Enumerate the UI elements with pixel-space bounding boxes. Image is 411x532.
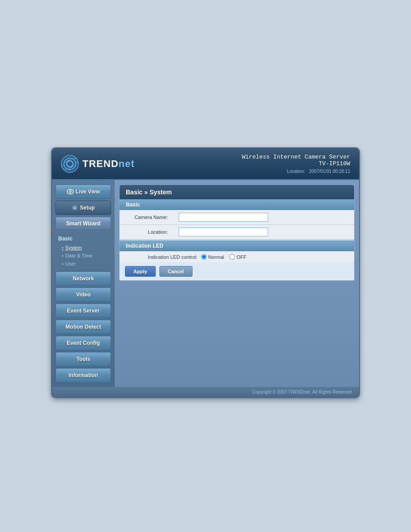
setup-button[interactable]: Setup	[56, 201, 111, 215]
cancel-label: Cancel	[168, 269, 184, 274]
cancel-button[interactable]: Cancel	[159, 266, 193, 277]
indication-led-header: Indication LED	[120, 240, 354, 251]
camera-name-input[interactable]	[179, 213, 268, 222]
svg-point-7	[70, 191, 71, 192]
smart-wizard-label: Smart Wizard	[66, 220, 101, 227]
main-layout: Live View Setup Smart Wizard	[52, 180, 359, 387]
sidebar-item-system[interactable]: System	[60, 244, 111, 252]
header-info: Wireless Internet Camera Server TV-IP110…	[242, 154, 350, 174]
motion-detect-label: Motion Detect	[65, 324, 101, 330]
sidebar-event-server-button[interactable]: Event Server	[56, 304, 111, 318]
tools-label: Tools	[76, 356, 90, 362]
sidebar-item-datetime[interactable]: Date & Time	[60, 252, 111, 260]
apply-label: Apply	[133, 269, 147, 274]
basic-section: Basic System Date & Time User	[56, 232, 111, 270]
sidebar-video-button[interactable]: Video	[56, 287, 111, 302]
action-bar: Apply Cancel	[120, 262, 354, 280]
camera-name-cell	[173, 210, 354, 225]
basic-label: Basic	[56, 234, 111, 244]
gear-icon	[72, 205, 78, 211]
led-normal-radio[interactable]	[201, 254, 207, 260]
location-input[interactable]	[179, 227, 268, 236]
led-normal-option[interactable]: Normal	[201, 254, 224, 260]
camera-name-row: Camera Name:	[120, 210, 354, 225]
led-radio-group: Normal OFF	[201, 254, 246, 260]
red-arrow-indicator	[51, 228, 53, 240]
network-label: Network	[73, 275, 94, 282]
logo-net: net	[119, 158, 135, 169]
location-label-header: Location:	[287, 169, 305, 174]
sidebar-information-button[interactable]: Information	[56, 368, 111, 382]
svg-marker-4	[51, 228, 53, 239]
camera-name-label: Camera Name:	[120, 210, 173, 225]
led-control-label: Indication LED control:	[125, 254, 201, 260]
indication-led-label: Indication LED	[126, 243, 163, 249]
led-off-option[interactable]: OFF	[229, 254, 246, 260]
logo-area: TRENDnet	[61, 155, 135, 173]
datetime-value: 2007/01/01 00:18:11	[309, 169, 350, 174]
led-normal-label: Normal	[208, 254, 224, 260]
live-view-button[interactable]: Live View	[56, 184, 111, 199]
footer: Copyright © 2007 TRENDnet. All Rights Re…	[52, 387, 359, 397]
location-datetime: Location: 2007/01/01 00:18:11	[242, 169, 350, 174]
header: TRENDnet Wireless Internet Camera Server…	[52, 148, 359, 180]
basic-subitems: System Date & Time User	[56, 244, 111, 268]
led-control-row: Indication LED control: Normal OFF	[120, 251, 354, 262]
live-view-label: Live View	[76, 189, 100, 195]
location-label: Location:	[120, 225, 173, 240]
sidebar-event-config-button[interactable]: Event Config	[56, 336, 111, 350]
basic-form-table: Camera Name: Location:	[120, 210, 354, 240]
basic-section-label: Basic	[126, 202, 140, 208]
setup-label: Setup	[80, 205, 94, 211]
apply-button[interactable]: Apply	[125, 266, 156, 277]
location-row: Location:	[120, 225, 354, 240]
event-config-label: Event Config	[67, 340, 100, 346]
led-off-radio[interactable]	[229, 254, 235, 260]
basic-section-header: Basic	[120, 199, 354, 210]
product-model: TV-IP110W	[242, 160, 350, 167]
trendnet-logo-icon	[61, 155, 79, 173]
sidebar-network-button[interactable]: Network	[56, 271, 111, 286]
information-label: Information	[68, 372, 98, 378]
location-cell	[173, 225, 354, 240]
logo-trend: TREND	[82, 158, 119, 169]
sidebar-tools-button[interactable]: Tools	[56, 352, 111, 366]
sidebar: Live View Setup Smart Wizard	[52, 180, 115, 387]
content-area: Basic » System Basic Camera Name:	[115, 180, 359, 387]
breadcrumb: Basic » System	[126, 189, 172, 196]
led-off-label: OFF	[236, 254, 246, 260]
svg-point-8	[74, 207, 76, 209]
event-server-label: Event Server	[67, 308, 99, 314]
content-title: Basic » System	[120, 185, 354, 199]
eye-icon	[67, 189, 74, 194]
sidebar-motion-detect-button[interactable]: Motion Detect	[56, 320, 111, 334]
sidebar-item-user[interactable]: User	[60, 260, 111, 268]
logo-text: TRENDnet	[82, 158, 135, 170]
product-line: Wireless Internet Camera Server	[242, 154, 350, 160]
copyright-text: Copyright © 2007 TRENDnet. All Rights Re…	[252, 390, 353, 395]
smart-wizard-button[interactable]: Smart Wizard	[56, 217, 111, 230]
content-panel: Basic » System Basic Camera Name:	[119, 184, 355, 281]
video-label: Video	[76, 292, 90, 298]
